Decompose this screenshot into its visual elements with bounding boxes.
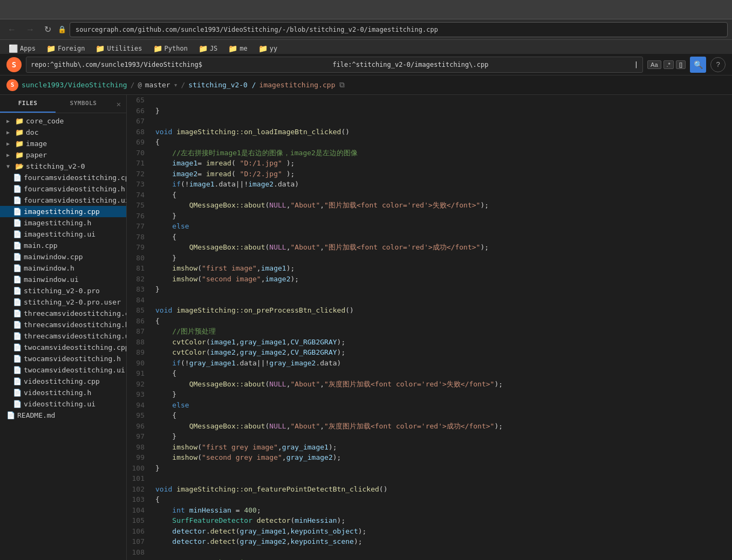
breadcrumb-repo[interactable]: suncle1993/VideoStitching (22, 81, 127, 89)
sg-logo[interactable]: S (6, 57, 22, 72)
tree-icon-file: 📄 (13, 253, 22, 261)
tree-label-mainwindow-h: mainwindow.h (24, 264, 74, 272)
tree-item-readme[interactable]: 📄 README.md (0, 410, 126, 421)
tree-item-fourcams-ui[interactable]: 📄 fourcamsvideostitching.ui (0, 195, 126, 206)
table-row: 73 if(!image1.data||!image2.data) (127, 179, 732, 190)
tree-label-twocams-cpp: twocamsvideostitching.cpp (24, 343, 126, 351)
tree-item-stitching-pro[interactable]: 📄 stitching_v2-0.pro (0, 285, 126, 296)
sidebar-close-button[interactable]: ✕ (111, 95, 126, 113)
search-bar[interactable]: repo:^github\.com/suncle1993/VideoStitch… (26, 57, 643, 73)
table-row: 71 image1= imread( "D:/1.jpg" ); (127, 158, 732, 169)
breadcrumb-path[interactable]: stitching_v2-0 / (188, 81, 256, 89)
tree-item-imagestitching-cpp[interactable]: 📄 imagestitching.cpp (0, 206, 126, 217)
folder-icon: 📁 (199, 44, 208, 53)
breadcrumb-branch[interactable]: master (145, 81, 170, 89)
table-row: 99 imshow("second grey image",gray_image… (127, 452, 732, 463)
regex-button[interactable]: .* (663, 60, 674, 69)
code-line: } (151, 284, 732, 295)
line-number: 99 (127, 452, 151, 463)
structural-button[interactable]: [] (676, 60, 686, 69)
tree-item-mainwindow-h[interactable]: 📄 mainwindow.h (0, 262, 126, 274)
bookmark-utilities-label: Utilities (107, 45, 142, 52)
bookmark-js[interactable]: 📁 JS (194, 43, 222, 54)
apps-icon: ⬜ (9, 44, 18, 53)
code-line: image1= imread( "D:/1.jpg" ); (151, 158, 732, 169)
code-line: { (151, 232, 732, 243)
tree-item-mainwindow-ui[interactable]: 📄 mainwindow.ui (0, 274, 126, 285)
tree-item-core-code[interactable]: ▶ 📁 core_code (0, 115, 126, 127)
table-row: 94 else (127, 400, 732, 411)
tree-item-twocams-h[interactable]: 📄 twocamsvideostitching.h (0, 353, 126, 364)
search-submit-button[interactable]: 🔍 (690, 57, 706, 73)
tree-item-threecams-cpp[interactable]: 📄 threecamsvideostitching.cpp (0, 308, 126, 319)
tree-icon-file: 📄 (13, 389, 22, 397)
code-line: //左右拼接时image1是右边的图像，image2是左边的图像 (151, 148, 732, 158)
tab-symbols[interactable]: SYMBOLS (56, 95, 111, 113)
tree-label-mainwindow-cpp: mainwindow.cpp (24, 253, 83, 261)
table-row: 89 cvtColor(image2,gray_image2,CV_RGB2GR… (127, 347, 732, 358)
bookmark-yy[interactable]: 📁 yy (254, 43, 282, 54)
tree-arrow: ▶ (6, 152, 13, 158)
table-row: 87 //图片预处理 (127, 326, 732, 337)
line-number: 98 (127, 442, 151, 453)
tree-icon-file: 📄 (13, 185, 22, 193)
bookmark-python[interactable]: 📁 Python (149, 43, 192, 54)
tab-bar (0, 0, 732, 19)
tree-label-image: image (26, 140, 47, 148)
code-line: cvtColor(image2,gray_image2,CV_RGB2GRAY)… (151, 347, 732, 358)
tree-item-mainwindow-cpp[interactable]: 📄 mainwindow.cpp (0, 251, 126, 262)
tree-item-videostitching-ui[interactable]: 📄 videostitching.ui (0, 398, 126, 410)
tree-item-paper[interactable]: ▶ 📁 paper (0, 149, 126, 161)
tree-item-twocams-cpp[interactable]: 📄 twocamsvideostitching.cpp (0, 342, 126, 353)
tree-item-imagestitching-h[interactable]: 📄 imagestitching.h (0, 217, 126, 229)
table-row: 108 (127, 547, 732, 558)
tab-files[interactable]: FILES (0, 95, 56, 113)
refresh-button[interactable]: ↻ (41, 22, 54, 37)
breadcrumb-sep1: / (131, 81, 135, 89)
tree-item-imagestitching-ui[interactable]: 📄 imagestitching.ui (0, 229, 126, 240)
table-row: 72 image2= imread( "D:/2.jpg" ); (127, 169, 732, 179)
copy-path-button[interactable]: ⧉ (338, 79, 346, 91)
tree-icon-file: 📄 (13, 355, 22, 363)
tree-item-main-cpp[interactable]: 📄 main.cpp (0, 240, 126, 251)
tree-item-stitching[interactable]: ▼ 📂 stitching_v2-0 (0, 161, 126, 172)
tree-item-twocams-ui[interactable]: 📄 twocamsvideostitching.ui (0, 364, 126, 376)
tree-label-imagestitching-cpp: imagestitching.cpp (24, 208, 100, 216)
tree-icon-file: 📄 (13, 208, 22, 216)
bookmark-apps[interactable]: ⬜ Apps (4, 43, 40, 54)
code-line (151, 95, 732, 106)
url-bar[interactable] (70, 22, 728, 37)
tree-item-fourcams-h[interactable]: 📄 fourcamsvideostitching.h (0, 183, 126, 195)
tree-label-mainwindow-ui: mainwindow.ui (24, 275, 79, 284)
tree-item-doc[interactable]: ▶ 📁 doc (0, 127, 126, 138)
table-row: 97 } (127, 431, 732, 442)
case-sensitive-button[interactable]: Aa (647, 60, 661, 69)
code-line (151, 473, 732, 484)
tree-item-threecams-ui[interactable]: 📄 threecamsvideostitching.ui (0, 330, 126, 342)
back-button[interactable]: ← (4, 23, 19, 37)
line-number: 70 (127, 148, 151, 158)
code-line: } (151, 106, 732, 116)
table-row: 76 } (127, 211, 732, 222)
tree-item-videostitching-h[interactable]: 📄 videostitching.h (0, 387, 126, 398)
tree-icon-file: 📄 (13, 366, 22, 374)
help-button[interactable]: ? (710, 57, 726, 72)
tree-icon-folder-open: 📂 (15, 162, 24, 170)
table-row: 95 { (127, 410, 732, 421)
tree-item-fourcams-cpp[interactable]: 📄 fourcamsvideostitching.cpp (0, 172, 126, 183)
code-line: int minHessian = 400; (151, 505, 732, 516)
tree-item-videostitching-cpp[interactable]: 📄 videostitching.cpp (0, 376, 126, 387)
tree-item-threecams-h[interactable]: 📄 threecamsvideostitching.h (0, 319, 126, 330)
code-line (151, 295, 732, 306)
breadcrumb-file[interactable]: imagestitching.cpp (259, 81, 336, 89)
tree-item-image[interactable]: ▶ 📁 image (0, 138, 126, 149)
tree-item-stitching-pro-user[interactable]: 📄 stitching_v2-0.pro.user (0, 296, 126, 308)
code-area[interactable]: 6566}6768void imageStitching::on_loadIma… (127, 95, 732, 560)
bookmark-foreign[interactable]: 📁 Foreign (42, 43, 90, 54)
bookmark-me[interactable]: 📁 me (224, 43, 251, 54)
table-row: 91 { (127, 368, 732, 379)
sidebar-tabs: FILES SYMBOLS ✕ (0, 95, 126, 113)
forward-button[interactable]: → (23, 23, 38, 37)
bookmark-utilities[interactable]: 📁 Utilities (91, 43, 146, 54)
line-number: 80 (127, 253, 151, 264)
